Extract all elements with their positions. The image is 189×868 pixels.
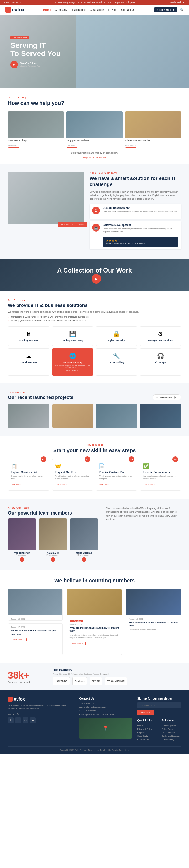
- help-heading: How can we help you?: [8, 100, 181, 106]
- nav-right: Need & Help ▼ 🔍: [154, 7, 184, 12]
- topbar-cta[interactable]: Need It Help ▼: [169, 1, 185, 4]
- newsletter-submit-btn[interactable]: Subscribe: [137, 710, 154, 715]
- help-card-image-3: [125, 112, 181, 138]
- blog-date-1b: January 17, 2021: [11, 626, 60, 628]
- solution-cloud[interactable]: Cloud Service: [162, 731, 181, 734]
- quick-link-projects[interactable]: Projects: [137, 731, 156, 734]
- solution-consulting[interactable]: IT Consulting: [162, 738, 181, 741]
- hosting-name: Hosting Services: [11, 339, 46, 342]
- youtube-icon[interactable]: ▶: [30, 717, 36, 723]
- collection-content: A Collection of Our Work ▶: [57, 267, 132, 284]
- step-link-1[interactable]: View More →: [11, 484, 23, 486]
- explore-company-link[interactable]: Explore our company: [8, 154, 181, 161]
- nav-home[interactable]: Home: [43, 8, 51, 11]
- collection-play-btn[interactable]: ▶: [91, 274, 101, 284]
- footer-email[interactable]: support@evfoxbusiness.com: [79, 706, 132, 708]
- rating-box: ★★★★☆ Rated 4 out of 5 based on 1500+ Re…: [103, 237, 179, 247]
- step-title-1: Explore Services List: [11, 471, 46, 474]
- project-image-3: [96, 404, 137, 428]
- partner-logo-3[interactable]: SPARK: [89, 677, 102, 685]
- video-label: See Our Video: [20, 62, 40, 65]
- linkedin-icon[interactable]: in: [23, 717, 28, 723]
- support-name: 24/7 Support: [143, 361, 179, 364]
- solution-it-mgmt[interactable]: IT Management: [162, 724, 181, 727]
- search-icon[interactable]: 🔍: [180, 8, 184, 11]
- partner-logo-2[interactable]: Systems: [72, 677, 87, 685]
- software-dev-text: Software Development Lorem software can …: [103, 224, 179, 247]
- project-3[interactable]: [96, 404, 137, 428]
- twitter-icon[interactable]: t: [15, 717, 21, 723]
- rating-text: Rated 4 out of 5 based on 1500+ Reviews: [106, 242, 175, 245]
- help-card-link-1[interactable]: View More →: [8, 144, 19, 148]
- solution-backup[interactable]: Backup & Recovery: [162, 734, 181, 738]
- cloud-icon: ☁: [11, 353, 46, 360]
- partner-logo-1[interactable]: KICKCUBE: [52, 677, 70, 685]
- partner-logo-4[interactable]: TRIGUM IPHOR: [105, 677, 127, 685]
- nav-blog[interactable]: IT Blog: [108, 8, 117, 11]
- footer-phone[interactable]: +1022 6344 9977: [79, 702, 132, 705]
- step-3: 03 📄 Receive Custom Plan We will work as…: [96, 459, 137, 491]
- help-card-link-2[interactable]: View More →: [66, 144, 77, 148]
- nav-casestudy[interactable]: Case Study: [90, 8, 105, 11]
- team-member-2: Natalia Zox IT Management +: [39, 519, 67, 562]
- smart-desc: DevOps is high-tech solutions play an im…: [89, 190, 181, 201]
- service-management[interactable]: ⚙ Management services: [140, 327, 181, 346]
- step-desc-3: We will work as plan and according to ou…: [99, 475, 135, 480]
- team-members: Ivan Hindshaw IT Management + Natalia Zo…: [8, 519, 98, 562]
- help-card-2[interactable]: Why partner with us View More →: [66, 112, 122, 148]
- help-card-label-3: Client success stories: [125, 138, 181, 142]
- project-4[interactable]: [140, 404, 181, 428]
- blog-read-2[interactable]: Read More →: [70, 642, 86, 645]
- see-more-projects-btn[interactable]: ↗ See More Project: [153, 395, 181, 400]
- quick-link-home[interactable]: Home: [137, 724, 156, 727]
- partners-count-area: 38k+ Partners in world wide: [8, 670, 45, 684]
- newsletter-input[interactable]: [137, 703, 181, 708]
- service-consulting[interactable]: 🔧 IT Consulting: [96, 348, 137, 375]
- step-link-4[interactable]: View More →: [143, 484, 155, 486]
- blog-read-1b[interactable]: View More →: [11, 638, 27, 642]
- step-link-3[interactable]: View More →: [99, 484, 111, 486]
- nav-solutions[interactable]: IT Solutions: [71, 8, 86, 11]
- top-bar: +922 6344 9977 ★ Free Ping: Are you a dr…: [0, 0, 189, 5]
- help-card-link-3[interactable]: View More →: [125, 144, 136, 148]
- service-backup[interactable]: 💾 Backup & recovery: [52, 327, 93, 346]
- service-cloud[interactable]: ☁ Cloud Services: [8, 348, 49, 375]
- blog-card-2[interactable]: Hot Trending January 15, 2021 What are i…: [67, 589, 122, 655]
- step-link-2[interactable]: View More →: [55, 484, 68, 486]
- quick-links-list: Home Privacy & Policy Projects Case Stud…: [137, 724, 156, 741]
- help-card-1[interactable]: How we can help View More →: [8, 112, 64, 148]
- solution-cyber[interactable]: Cyber Security: [162, 727, 181, 731]
- service-network[interactable]: 🌐 Network Security We define designed fo…: [52, 348, 93, 375]
- service-support[interactable]: 🎧 24/7 Support: [140, 348, 181, 375]
- logo[interactable]: evfox: [5, 7, 25, 12]
- member-name-1: Ivan Hindshaw: [8, 552, 36, 554]
- network-details[interactable]: More Details →: [55, 370, 90, 371]
- blog-card-1a[interactable]: January 15, 2021 Demanding photographer …: [8, 589, 63, 621]
- member-add-2[interactable]: +: [51, 557, 55, 562]
- service-hosting[interactable]: 🖥 Hosting Services: [8, 327, 49, 346]
- blog-card-1b[interactable]: January 17, 2021 Software development so…: [8, 623, 63, 655]
- topbar-phone[interactable]: +922 6344 9977: [4, 1, 21, 4]
- collection-heading: A Collection of Our Work: [57, 267, 132, 274]
- member-add-1[interactable]: +: [20, 557, 25, 562]
- mgmt-name: Management services: [143, 339, 179, 342]
- member-add-3[interactable]: +: [82, 557, 86, 562]
- member-name-3: Maria Gordian: [70, 552, 98, 554]
- service-cyber[interactable]: 🔒 Cyber Security: [96, 327, 137, 346]
- blog-card-3[interactable]: January 15, 2021 What are insider attack…: [126, 589, 181, 655]
- nav-help[interactable]: Need & Help ▼: [154, 7, 178, 12]
- topbar-promo: ★ Free Ping: Are you a driven and motiva…: [55, 1, 135, 4]
- play-icon[interactable]: ▶: [10, 61, 18, 68]
- facebook-icon[interactable]: f: [8, 717, 14, 723]
- blog-date-3: January 15, 2021: [128, 618, 178, 620]
- quick-link-events[interactable]: Event Media: [137, 738, 156, 741]
- project-2[interactable]: [52, 404, 93, 428]
- quick-link-privacy[interactable]: Privacy & Policy: [137, 727, 156, 731]
- help-card-3[interactable]: Client success stories View More →: [125, 112, 181, 148]
- nav-company[interactable]: Company: [55, 8, 67, 11]
- help-card-image-2: [66, 112, 122, 138]
- hero-video-btn[interactable]: ▶ See Our Video Liked in Received Ton: [10, 61, 61, 68]
- nav-contact[interactable]: Contact Us: [121, 8, 135, 11]
- quick-link-casestudy[interactable]: Case Study: [137, 734, 156, 738]
- project-1[interactable]: [8, 404, 49, 428]
